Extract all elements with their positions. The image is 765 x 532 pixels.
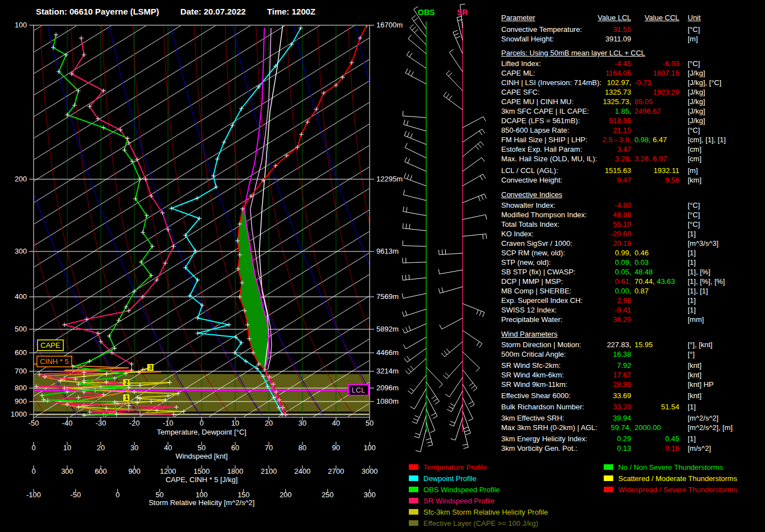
table-row: SR Wind Sfc-2km:7.92[knt] [493,361,765,371]
legend-item: No / Non Severe Thunderstorms [604,461,737,473]
cape-tick-label: 0 [31,467,35,475]
row-label: Max. Hail Size (OLD, MU, IL): [501,155,597,164]
row-label: Estofex Exp. Hail Param: [501,145,582,154]
table-row: Max. Hail Size (OLD, MU, IL):3.28,3.26, … [493,155,765,164]
row-value-lcl: 16.38 [613,350,631,359]
row-value-lcl: -4.80 [614,201,631,210]
section-label: Wind Parameters [501,330,557,339]
table-row: Total Totals Index:55.10[°C] [493,220,765,230]
height-marker: 3 [147,364,153,371]
row-value-ccl: 51.54 [661,403,679,412]
wind-tick-label: 40 [164,444,172,452]
row-label: Precipitable Water: [501,315,562,324]
obs-wind-column-label: OBS [418,8,435,17]
table-section-title: Parcels: Using 50mB mean layer LCL + CCL [493,49,765,59]
row-value-lcl: 0.09, [615,258,631,267]
header-unit: Unit [688,13,701,22]
table-row: Storm Direction | Motion:227.83,15.95[°]… [493,340,765,350]
row-value-ccl: 0.87 [635,287,649,296]
row-label: STP (new, old): [501,258,551,267]
cape-tick-label: 2700 [328,467,344,475]
legend-swatch-icon [409,509,418,515]
row-label: Bulk Richardson Number: [501,403,584,412]
wind-tick-label: 80 [298,444,306,452]
legend-item: Scattered / Moderate Thunderstorms [604,473,737,484]
row-value-lcl: 1515.63 [605,166,631,175]
row-value-lcl: 39.94 [613,414,631,423]
pressure-tick-label: 800 [15,384,27,392]
row-unit: [1] [688,258,696,267]
row-unit: [1] [688,249,696,258]
table-row: Showalter Index:-4.80[°C] [493,201,765,211]
row-value-ccl: -0.73 [635,78,651,87]
row-value-lcl: 20.18 [613,239,631,248]
table-row: DCP | MMP | MSP:0.61,70.44, 43.63[1], [%… [493,277,765,287]
row-value-lcl: 0.99, [615,249,631,258]
row-value-lcl: 7.92 [617,361,631,370]
row-label: SCP RM (new, old): [501,249,565,258]
row-value-lcl: 55.10 [613,220,631,229]
cape-tick-label: 600 [95,467,107,475]
parameter-table: Parameter Value LCL Value CCL Unit Conve… [493,13,765,454]
row-value-ccl: 70.44, 43.63 [635,277,675,286]
axes: 100200300400500600700800900100016700m122… [11,21,403,507]
row-unit: [knt] [688,371,702,380]
table-row: 3km Energy Helicity Index:0.290.45[1] [493,435,765,444]
row-value-ccl: 15.95 [635,340,653,349]
legend-label: OBS Windspeed Profile [423,486,500,494]
wind-tick-label: 60 [231,444,239,452]
row-label: KO Index: [501,230,534,239]
row-value-lcl: 9.47 [617,176,631,185]
row-unit: [cm] [688,145,702,154]
svg-text:CAPE: CAPE [40,341,60,349]
row-label: Total Totals Index: [501,220,559,229]
row-unit: [knt] HP [688,380,713,389]
legend-label: No / Non Severe Thunderstorms [618,463,723,472]
cape-tick-label: 2400 [295,467,311,475]
row-value-ccl: 1932.11 [654,166,679,175]
legend-swatch-icon [409,487,418,492]
table-section-title: Wind Parameters [493,330,765,340]
temp-tick-label: 40 [332,419,340,427]
wind-tick-label: 10 [63,444,71,452]
row-label: Convective Height: [501,176,562,185]
header-value-lcl: Value LCL [598,13,631,22]
row-unit: [°C] [688,201,700,210]
row-label: SR Wind Sfc-2km: [501,361,561,370]
sr-wind-barbs [439,4,487,449]
row-label: Showalter Index: [501,201,556,210]
time-label: Time: 1200Z [267,7,315,16]
row-label: Craven SigSvr / 1000: [501,239,572,248]
row-unit: [knt] [688,391,702,400]
row-label: CINH | LSI (Inversion: 714mB): [501,78,601,87]
table-row: Precipitable Water:36.20[mm] [493,315,765,325]
row-unit: [m] [688,35,698,44]
legend-item: Temperature Profile [409,461,548,473]
temp-tick-label: 0 [199,419,203,427]
wind-axis-title: Windspeed [knt] [175,452,227,460]
row-label: CAPE MU | CINH MU: [501,97,573,106]
row-value-lcl: 59.74, [611,423,631,432]
row-unit: [m^2/s^2], [m] [688,423,733,432]
svg-text:3: 3 [149,365,152,371]
table-row: DCAPE (LFS = 561mB):518.55[J/kg] [493,116,765,126]
row-unit: [m^3/s^3] [688,239,719,248]
table-row: SCP RM (new, old):0.99,0.46[1] [493,249,765,258]
wind-tick-label: 0 [31,444,35,452]
row-value-lcl: 3.47 [617,145,631,154]
row-label: Convective Temperature: [501,25,582,34]
temp-tick-label: 50 [366,419,374,427]
obs-wind-barbs [402,7,442,452]
row-value-lcl: 0.29 [617,435,631,444]
srh-tick-label: 100 [195,491,208,499]
cape-tick-label: 1800 [227,467,244,475]
row-label: SR Wind 4km-6km: [501,371,564,380]
row-value-lcl: 0.05, [615,268,631,277]
table-row: CAPE ML:1164.051807.15[J/kg] [493,69,765,78]
cape-label: CAPE [38,340,63,351]
row-value-lcl: 3.28, [615,155,631,164]
row-unit: [J/kg] [688,116,705,125]
legend-label: Scattered / Moderate Thunderstorms [618,474,737,483]
altitude-tick-label: 7569m [376,292,399,301]
row-label: LCL / CCL (AGL): [501,166,558,175]
